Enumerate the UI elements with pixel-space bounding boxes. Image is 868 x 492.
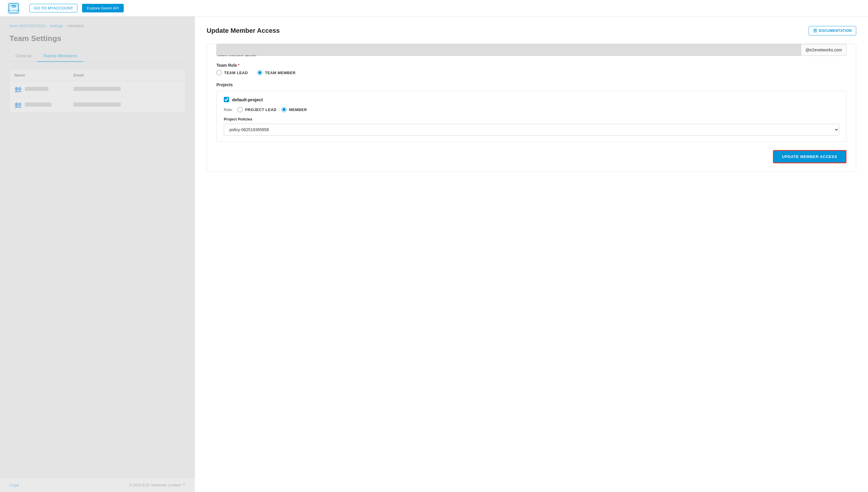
left-panel: team-062518272424 › settings › members T… (0, 17, 195, 492)
team-lead-label: TEAM LEAD (224, 71, 248, 75)
documentation-button[interactable]: ☰ DOCUMENTATION (809, 26, 856, 35)
members-table: Name Email 👥 👥 (9, 69, 185, 113)
member-option[interactable]: MEMBER (281, 107, 307, 112)
logo-area: TIR AI PLATFORM (7, 2, 20, 15)
member-icon-2: 👥 (15, 101, 22, 108)
form-card: Team-Member Email .email-row { display: … (207, 44, 856, 172)
project-checkbox[interactable] (224, 97, 229, 102)
email-domain: @e2enetworks.com (801, 48, 846, 52)
main-layout: team-062518272424 › settings › members T… (0, 17, 868, 492)
explore-genai-button[interactable]: Explore GenAI API (82, 4, 123, 13)
footer: Legal © 2024 E2E Networks Limited ™ (0, 478, 195, 492)
doc-label: DOCUMENTATION (819, 29, 852, 33)
projects-label: Projects (216, 82, 846, 87)
member-email-2 (74, 102, 127, 107)
page-title: Team Settings (9, 34, 185, 43)
tab-general[interactable]: General (9, 50, 37, 62)
team-lead-radio[interactable] (216, 70, 222, 75)
member-email-1 (74, 87, 127, 91)
table-row: 👥 (10, 97, 185, 112)
member-name-2 (25, 102, 51, 106)
go-to-myaccount-button[interactable]: GO TO MYACCOUNT (29, 4, 77, 13)
panel-header: Update Member Access ☰ DOCUMENTATION (207, 26, 856, 35)
svg-text:AI PLATFORM: AI PLATFORM (8, 10, 20, 11)
email-field-group: Team-Member Email @e2enetworks.com (216, 52, 846, 56)
policies-select[interactable]: policy-062518365858 (224, 124, 839, 136)
email-row[interactable]: @e2enetworks.com (216, 44, 846, 56)
col-action (127, 73, 180, 77)
copyright: © 2024 E2E Networks Limited ™ (129, 483, 185, 487)
breadcrumb-settings[interactable]: settings (50, 24, 63, 28)
update-member-access-button[interactable]: UPDATE MEMBER ACCESS (773, 150, 846, 163)
project-policies-label: Project Policies (224, 117, 839, 121)
projects-section: Projects default-project Role: PROJECT L… (216, 82, 846, 142)
team-role-label: Team Role* (216, 63, 846, 68)
project-policies-group: Project Policies policy-062518365858 (224, 117, 839, 136)
email-redacted-part (217, 44, 801, 55)
breadcrumb-sep-1: › (47, 24, 48, 28)
breadcrumb-members: members (68, 24, 84, 28)
team-member-option[interactable]: TEAM MEMBER (257, 70, 296, 75)
legal-link[interactable]: Legal (9, 483, 19, 487)
member-radio[interactable] (281, 107, 287, 112)
team-member-radio[interactable] (257, 70, 262, 75)
col-email: Email (74, 73, 127, 77)
required-star: * (238, 63, 239, 68)
member-label: MEMBER (289, 107, 307, 112)
project-name: default-project (232, 97, 263, 102)
app-header: TIR AI PLATFORM GO TO MYACCOUNT Explore … (0, 0, 868, 17)
col-name: Name (15, 73, 74, 77)
update-btn-wrap: UPDATE MEMBER ACCESS (216, 150, 846, 163)
table-header: Name Email (10, 69, 185, 81)
doc-icon: ☰ (813, 28, 817, 33)
tab-teams-members[interactable]: Teams Members (37, 50, 83, 62)
tabs-container: General Teams Members (9, 50, 185, 62)
project-lead-radio[interactable] (237, 107, 243, 112)
breadcrumb-sep-2: › (65, 24, 66, 28)
team-role-radio-group: TEAM LEAD TEAM MEMBER (216, 70, 846, 75)
project-role-row: Role: PROJECT LEAD MEMBER (224, 107, 839, 112)
project-lead-label: PROJECT LEAD (245, 107, 276, 112)
member-name-1 (25, 87, 48, 91)
team-lead-option[interactable]: TEAM LEAD (216, 70, 248, 75)
table-row: 👥 (10, 81, 185, 97)
panel-title: Update Member Access (207, 27, 280, 34)
project-name-row: default-project (224, 97, 839, 102)
project-card: default-project Role: PROJECT LEAD MEMBE… (216, 91, 846, 142)
project-role-label: Role: (224, 107, 233, 112)
team-member-label: TEAM MEMBER (265, 71, 296, 75)
project-lead-option[interactable]: PROJECT LEAD (237, 107, 276, 112)
breadcrumb-team[interactable]: team-062518272424 (9, 24, 45, 28)
member-name-cell-2: 👥 (15, 101, 74, 108)
breadcrumb: team-062518272424 › settings › members (9, 24, 185, 28)
right-panel: Update Member Access ☰ DOCUMENTATION Tea… (195, 17, 868, 492)
tir-logo-icon: TIR AI PLATFORM (7, 2, 20, 15)
team-role-group: Team Role* TEAM LEAD TEAM MEMBER (216, 63, 846, 75)
member-name-cell-1: 👥 (15, 85, 74, 93)
member-icon-1: 👥 (15, 85, 22, 93)
